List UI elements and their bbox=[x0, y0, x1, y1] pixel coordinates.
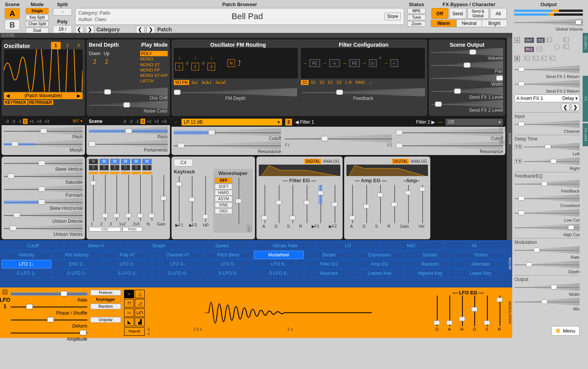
keytrack-root[interactable]: C4 bbox=[174, 159, 193, 167]
fx-crossfeed-slider[interactable] bbox=[514, 194, 580, 202]
mod-sustain[interactable]: Sustain bbox=[405, 251, 455, 259]
mixer-slider-4[interactable] bbox=[124, 175, 132, 221]
mode-chansplit[interactable]: Chan Split bbox=[26, 21, 49, 27]
osc-oct-p1[interactable]: +1 bbox=[28, 119, 35, 124]
solo-6[interactable]: S bbox=[142, 165, 152, 170]
osc-tab-2[interactable]: 2 bbox=[63, 43, 72, 48]
filter1-type-dropdown[interactable]: LP 12 dB▾ bbox=[181, 119, 282, 126]
playmode-monostfp[interactable]: MONO ST+FP bbox=[140, 73, 168, 78]
lfo-shape-tri[interactable]: △ bbox=[135, 290, 145, 298]
delay-l-sync[interactable]: T S bbox=[514, 144, 522, 149]
mode-keysplit[interactable]: Key Split bbox=[26, 15, 49, 20]
mixer-slider-gain[interactable] bbox=[160, 175, 167, 221]
feg-analog[interactable]: ANALOG bbox=[322, 159, 340, 164]
filter-node-amp[interactable]: ▷ bbox=[369, 59, 377, 67]
fm-mode-1[interactable]: 2▸1 bbox=[190, 80, 199, 85]
ws-sine[interactable]: SINE bbox=[215, 202, 232, 208]
feg-display[interactable] bbox=[259, 165, 340, 176]
lfo-shape-step[interactable]: ▟ bbox=[135, 318, 145, 326]
mod-pitch-bend[interactable]: Pitch Bend bbox=[203, 251, 253, 259]
filter-node-f2[interactable]: F2 bbox=[349, 59, 360, 67]
formant-slider[interactable] bbox=[4, 185, 83, 193]
lfo-freerun[interactable]: Freerun bbox=[90, 290, 121, 296]
mod-s-lfo-4[interactable]: S-LFO 4↓ bbox=[153, 269, 203, 278]
fx-routing-graph[interactable]: A DLY EQ RV1 B ⋯ – – – – – – – bbox=[514, 35, 580, 64]
mod-s-lfo-5[interactable]: S-LFO 5↓ bbox=[203, 269, 253, 278]
lfo-shape-saw[interactable]: ◿ bbox=[135, 299, 145, 307]
playmode-monofp[interactable]: MONO FP bbox=[140, 67, 168, 73]
status-zoom[interactable]: Zoom bbox=[407, 21, 426, 27]
skew-horizontal-slider[interactable] bbox=[4, 198, 83, 206]
mute-6[interactable]: M bbox=[142, 159, 152, 164]
scene-side-tab[interactable]: SCENE bbox=[507, 38, 512, 240]
playmode-latch[interactable]: LATCH bbox=[140, 78, 168, 83]
tab-fx[interactable]: FX bbox=[583, 76, 588, 122]
feg-f2[interactable] bbox=[331, 185, 338, 223]
fx-mix-slider[interactable] bbox=[514, 298, 580, 305]
mixer-slider-6[interactable] bbox=[148, 175, 155, 221]
bypass-off[interactable]: Off bbox=[431, 8, 448, 19]
fx-modrate-slider[interactable] bbox=[514, 246, 580, 254]
feg-f1[interactable] bbox=[317, 185, 324, 223]
scene-width-slider[interactable] bbox=[431, 74, 503, 82]
mod-keytrack[interactable]: Keytrack bbox=[304, 269, 354, 278]
status-mpe[interactable]: MPE bbox=[407, 8, 426, 14]
lfo-phase-slider[interactable] bbox=[11, 303, 87, 310]
scene-volume-slider[interactable] bbox=[431, 48, 503, 56]
lfo-unipolar[interactable]: Unipolar bbox=[90, 317, 121, 323]
mod-lfo-1[interactable]: LFO 1↓ bbox=[2, 260, 51, 268]
mode-single[interactable]: Single bbox=[26, 8, 49, 14]
osc-oct-m2[interactable]: -2 bbox=[10, 119, 16, 124]
lfo-shape-sh[interactable]: ⊔⊓ bbox=[135, 309, 145, 317]
mod-hi[interactable]: HI bbox=[443, 242, 505, 250]
mod-lo[interactable]: LO bbox=[317, 242, 379, 250]
aeg-a[interactable] bbox=[348, 185, 356, 223]
bypass-sendglobal[interactable]: Send & Global bbox=[467, 8, 489, 19]
delay-left-slider[interactable] bbox=[524, 143, 580, 150]
mod-latest-key[interactable]: Latest Key bbox=[456, 269, 505, 278]
fx-lowcut-slider[interactable] bbox=[514, 209, 580, 217]
mute-5[interactable]: M bbox=[132, 159, 141, 164]
osc-drift-slider[interactable] bbox=[89, 88, 168, 96]
amp-gain[interactable] bbox=[404, 185, 412, 223]
route-tab[interactable]: ROUTE bbox=[507, 240, 512, 287]
fm-node-1[interactable]: 1 bbox=[175, 63, 183, 70]
status-tune[interactable]: Tune bbox=[407, 15, 426, 20]
category-prev[interactable]: ❮ bbox=[75, 26, 83, 33]
lfo-rate-slider[interactable] bbox=[11, 290, 87, 297]
playmode-mono[interactable]: MONO bbox=[140, 56, 168, 62]
char-bright[interactable]: Bright bbox=[482, 20, 507, 27]
mod-breath[interactable]: Breath bbox=[304, 251, 354, 259]
solo-1[interactable]: S bbox=[89, 165, 98, 170]
filtmode-d1[interactable]: D1 bbox=[327, 80, 335, 85]
ws-soft[interactable]: SOFT bbox=[215, 184, 232, 189]
mod-poly-at[interactable]: Poly AT bbox=[103, 251, 152, 259]
bypass-all[interactable]: All bbox=[490, 8, 507, 19]
fm-node-3[interactable]: 3 bbox=[207, 63, 215, 70]
lfo-keytrigger[interactable]: Keytrigger bbox=[90, 297, 121, 302]
mod-lfo-3[interactable]: LFO 3↓ bbox=[103, 260, 152, 268]
lfo-shape-formula[interactable]: f=ax+b bbox=[124, 327, 145, 336]
filtmode-s3[interactable]: S3 bbox=[318, 80, 325, 85]
mod-vibrato-rate[interactable]: Vibrato Rate bbox=[254, 242, 316, 250]
unison-voices-slider[interactable] bbox=[4, 224, 83, 232]
aeg-r[interactable] bbox=[390, 185, 398, 223]
mod-alternate[interactable]: Alternate bbox=[456, 260, 505, 268]
filtmode-d2[interactable]: D2 bbox=[335, 80, 343, 85]
fx-type-dropdown[interactable]: Delay ▾ bbox=[562, 96, 578, 101]
char-warm[interactable]: Warm bbox=[431, 20, 456, 27]
fx-moddepth-slider[interactable] bbox=[514, 261, 580, 268]
lfo-deform-slider[interactable] bbox=[11, 316, 87, 323]
mixer-slider-5[interactable] bbox=[136, 175, 144, 221]
fm-depth-slider[interactable] bbox=[174, 88, 297, 96]
solo-3[interactable]: S bbox=[110, 165, 119, 170]
keytrack-f1-slider[interactable] bbox=[175, 176, 183, 222]
mode-dual[interactable]: Dual bbox=[26, 28, 49, 33]
aeg-s[interactable] bbox=[376, 185, 384, 223]
mod-lfo-6[interactable]: LFO 6↓ bbox=[254, 260, 304, 268]
wt-next-icon[interactable]: ▶ bbox=[77, 93, 80, 98]
mixer-slider-2[interactable] bbox=[101, 175, 109, 221]
char-neutral[interactable]: Neutral bbox=[456, 20, 482, 27]
wt-prev-icon[interactable]: ◀ bbox=[6, 93, 10, 98]
lfo-shape-square[interactable]: ⊓ bbox=[124, 299, 134, 307]
